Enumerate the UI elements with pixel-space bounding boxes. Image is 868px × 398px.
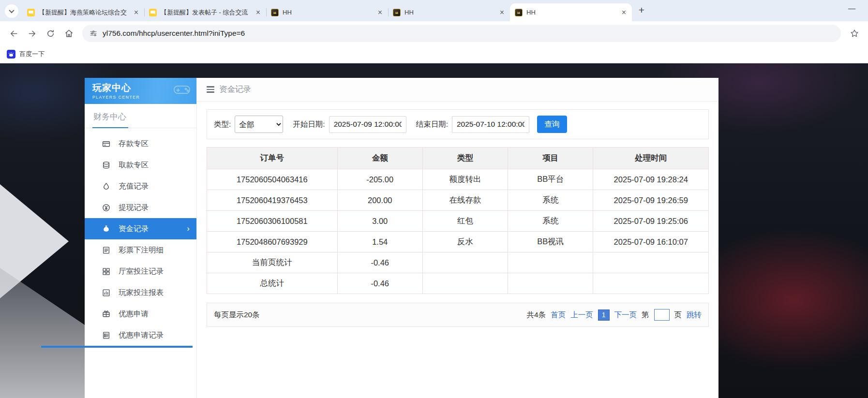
tab-title: HH xyxy=(404,9,495,16)
sidebar-item-label: 提现记录 xyxy=(119,203,149,213)
hamburger-icon xyxy=(207,86,214,93)
jump-page-input[interactable] xyxy=(654,309,670,321)
sidebar-item-promo-record[interactable]: 优惠申请记录 xyxy=(85,324,196,346)
home-button[interactable] xyxy=(60,25,77,42)
type-select[interactable]: 全部 xyxy=(235,116,283,133)
sidebar-item-withdraw[interactable]: 取款专区 xyxy=(85,154,196,176)
table-row: 17520486076939291.54反水BB视讯2025-07-09 16:… xyxy=(207,232,709,252)
total-count-text: 共4条 xyxy=(527,310,546,320)
filter-bar: 类型: 全部 开始日期: 结束日期: 查询 xyxy=(207,109,709,139)
sidebar-item-funds[interactable]: 资金记录› xyxy=(85,218,196,239)
sidebar-section-finance: 财务中心 xyxy=(85,104,196,128)
tab-search-button[interactable] xyxy=(5,4,18,18)
table-cell xyxy=(508,252,593,273)
sidebar-menu: 存款专区取款专区充值记录提现记录资金记录›彩票下注明细厅室投注记录玩家投注报表优… xyxy=(85,128,196,346)
table-cell: 总统计 xyxy=(207,273,338,294)
table-cell: 额度转出 xyxy=(422,169,508,190)
chevron-right-icon: › xyxy=(187,224,190,234)
address-bar[interactable]: yl756.com/hhcp/usercenter.html?iniType=6 xyxy=(82,25,841,42)
forward-button[interactable] xyxy=(23,25,41,42)
table-body: 1752060504063416-205.00额度转出BB平台2025-07-0… xyxy=(207,169,709,294)
star-icon xyxy=(850,29,859,38)
table-cell: BB平台 xyxy=(508,169,593,190)
sidebar-item-label: 优惠申请 xyxy=(119,309,149,319)
table-cell: 红包 xyxy=(422,211,508,232)
table-cell: 1752060306100581 xyxy=(207,211,338,232)
table-cell: 在线存款 xyxy=(422,190,508,211)
sidebar: 玩家中心 PLAYERS CENTER 财务中心 存款专区取款专区充值记录提现记… xyxy=(85,78,197,398)
start-date-input[interactable] xyxy=(329,116,406,133)
column-header: 处理时间 xyxy=(593,147,709,169)
sidebar-item-promo-apply[interactable]: 优惠申请 xyxy=(85,303,196,324)
table-cell: 1752060504063416 xyxy=(207,169,338,190)
hh-favicon xyxy=(271,9,279,16)
bookmark-star-button[interactable] xyxy=(846,25,863,42)
promo-apply-icon xyxy=(102,310,110,318)
sidebar-item-label: 充值记录 xyxy=(119,181,149,192)
deposit-icon xyxy=(102,140,110,148)
sidebar-item-deposit[interactable]: 存款专区 xyxy=(85,133,196,154)
close-icon[interactable]: × xyxy=(499,9,505,16)
back-button[interactable] xyxy=(5,25,22,42)
sidebar-item-label: 厅室投注记录 xyxy=(119,266,164,277)
new-tab-button[interactable]: + xyxy=(635,4,648,17)
browser-chrome: 【新提醒】海燕策略论坛综合交×【新提醒】发表帖子 - 综合交流×HH×HH×HH… xyxy=(0,0,868,63)
table-cell xyxy=(593,252,709,273)
close-icon[interactable]: × xyxy=(377,9,383,16)
end-date-input[interactable] xyxy=(452,116,529,133)
table-cell: 当前页统计 xyxy=(207,252,338,273)
table-cell: 2025-07-09 19:25:06 xyxy=(593,211,709,232)
table-row: 总统计-0.46 xyxy=(207,273,709,294)
sidebar-item-label: 存款专区 xyxy=(119,139,149,149)
sidebar-item-label: 玩家投注报表 xyxy=(119,288,164,298)
table-cell xyxy=(593,273,709,294)
close-icon[interactable]: × xyxy=(133,9,139,16)
table-cell: 1.54 xyxy=(337,232,422,252)
bookmark-baidu[interactable]: 百度一下 xyxy=(19,50,45,59)
sidebar-item-lottery-detail[interactable]: 彩票下注明细 xyxy=(85,239,196,261)
column-header: 类型 xyxy=(422,147,508,169)
browser-tab[interactable]: 【新提醒】发表帖子 - 综合交流× xyxy=(144,3,266,21)
sidebar-section-label: 财务中心 xyxy=(92,111,128,128)
sidebar-item-hall-bet[interactable]: 厅室投注记录 xyxy=(85,261,196,282)
browser-tab[interactable]: HH× xyxy=(266,3,388,21)
column-header: 项目 xyxy=(508,147,593,169)
search-button[interactable]: 查询 xyxy=(537,116,567,133)
background-blue-bar-decor xyxy=(41,346,193,348)
table-cell xyxy=(422,252,508,273)
player-report-icon xyxy=(102,289,110,297)
first-page-link[interactable]: 首页 xyxy=(551,310,566,320)
refresh-button[interactable] xyxy=(42,25,59,42)
sidebar-item-label: 取款专区 xyxy=(119,160,149,170)
jump-link[interactable]: 跳转 xyxy=(687,310,702,320)
web-page: 玩家中心 PLAYERS CENTER 财务中心 存款专区取款专区充值记录提现记… xyxy=(0,63,868,398)
close-icon[interactable]: × xyxy=(621,9,627,16)
baidu-favicon xyxy=(7,50,15,59)
forward-arrow-icon xyxy=(27,29,37,39)
sidebar-item-recharge[interactable]: 充值记录 xyxy=(85,176,196,197)
browser-toolbar: yl756.com/hhcp/usercenter.html?iniType=6 xyxy=(0,21,868,45)
tab-title: HH xyxy=(283,9,373,16)
table-cell: -0.46 xyxy=(337,252,422,273)
table-cell: 系统 xyxy=(508,211,593,232)
browser-tab[interactable]: 【新提醒】海燕策略论坛综合交× xyxy=(22,3,144,21)
pager: 共4条 首页 上一页 1 下一页 第 页 跳转 xyxy=(527,309,702,321)
tab-strip-tabs: 【新提醒】海燕策略论坛综合交×【新提醒】发表帖子 - 综合交流×HH×HH×HH… xyxy=(22,3,632,21)
prev-page-link[interactable]: 上一页 xyxy=(570,310,593,320)
window-minimize-button[interactable]: — xyxy=(848,4,855,12)
next-page-link[interactable]: 下一页 xyxy=(614,310,637,320)
sidebar-item-withdrawal-record[interactable]: 提现记录 xyxy=(85,197,196,218)
browser-tab[interactable]: HH× xyxy=(510,3,632,21)
content-header: 资金记录 xyxy=(197,78,718,102)
table-cell: -0.46 xyxy=(337,273,422,294)
url-text: yl756.com/hhcp/usercenter.html?iniType=6 xyxy=(103,29,245,38)
per-page-text: 每页显示20条 xyxy=(214,310,260,320)
sidebar-item-player-report[interactable]: 玩家投注报表 xyxy=(85,282,196,303)
close-icon[interactable]: × xyxy=(255,9,261,16)
table-cell: 2025-07-09 19:28:24 xyxy=(593,169,709,190)
current-page-indicator[interactable]: 1 xyxy=(598,310,610,321)
tune-icon xyxy=(89,29,98,38)
table-row: 17520603061005813.00红包系统2025-07-09 19:25… xyxy=(207,211,709,232)
browser-tab[interactable]: HH× xyxy=(388,3,510,21)
recharge-icon xyxy=(102,182,110,191)
